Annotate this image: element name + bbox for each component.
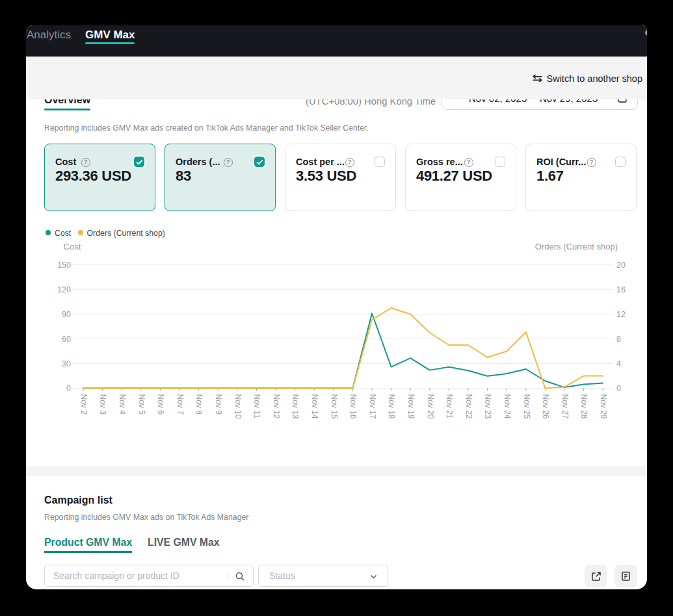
svg-text:Nov 10: Nov 10 xyxy=(233,394,243,419)
svg-text:8: 8 xyxy=(616,335,621,344)
svg-text:Nov 11: Nov 11 xyxy=(252,394,261,418)
svg-text:Cost: Cost xyxy=(64,242,81,251)
svg-text:Nov 20: Nov 20 xyxy=(426,394,435,419)
svg-text:Nov 3: Nov 3 xyxy=(98,394,107,415)
svg-text:Nov 6: Nov 6 xyxy=(156,394,165,415)
svg-text:Nov 4: Nov 4 xyxy=(118,394,127,415)
svg-text:Nov 13: Nov 13 xyxy=(291,394,300,419)
svg-text:Nov 9: Nov 9 xyxy=(214,394,223,415)
svg-text:Nov 18: Nov 18 xyxy=(387,394,396,419)
svg-text:Nov 12: Nov 12 xyxy=(272,394,281,419)
svg-text:4: 4 xyxy=(616,359,621,368)
svg-text:Nov 22: Nov 22 xyxy=(464,394,473,419)
svg-text:120: 120 xyxy=(57,285,71,294)
svg-text:150: 150 xyxy=(57,261,71,270)
svg-text:0: 0 xyxy=(616,384,621,393)
svg-text:Nov 25: Nov 25 xyxy=(522,394,531,419)
svg-text:Nov 5: Nov 5 xyxy=(137,394,146,415)
svg-text:Nov 28: Nov 28 xyxy=(579,394,588,419)
svg-text:Nov 15: Nov 15 xyxy=(330,394,339,419)
svg-text:Nov 27: Nov 27 xyxy=(561,394,570,419)
svg-text:12: 12 xyxy=(616,310,626,319)
svg-text:20: 20 xyxy=(616,261,626,270)
svg-text:0: 0 xyxy=(66,384,71,393)
svg-text:Nov 14: Nov 14 xyxy=(310,394,319,419)
svg-text:Nov 29: Nov 29 xyxy=(599,394,608,419)
svg-text:Nov 26: Nov 26 xyxy=(541,394,550,419)
svg-text:Orders (Current shop): Orders (Current shop) xyxy=(535,242,618,251)
svg-text:Nov 17: Nov 17 xyxy=(368,394,377,419)
svg-text:90: 90 xyxy=(62,310,71,319)
svg-text:Nov 8: Nov 8 xyxy=(194,394,204,415)
svg-text:Nov 7: Nov 7 xyxy=(176,394,185,415)
svg-text:60: 60 xyxy=(62,335,71,344)
svg-text:Nov 21: Nov 21 xyxy=(445,394,454,419)
svg-text:Nov 19: Nov 19 xyxy=(406,394,416,419)
svg-text:Nov 24: Nov 24 xyxy=(503,394,512,419)
svg-text:Nov 23: Nov 23 xyxy=(483,394,492,419)
svg-text:Nov 2: Nov 2 xyxy=(79,394,88,415)
svg-text:Nov 16: Nov 16 xyxy=(349,394,358,419)
svg-text:30: 30 xyxy=(62,359,71,368)
svg-text:16: 16 xyxy=(616,285,626,294)
